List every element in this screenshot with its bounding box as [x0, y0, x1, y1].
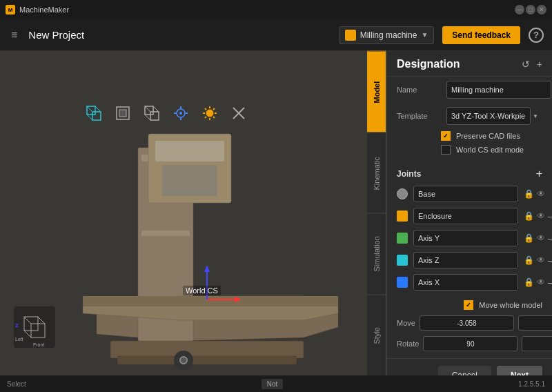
panel-footer: Cancel Next — [387, 358, 552, 375]
svg-line-24 — [213, 117, 215, 118]
minus-icon-axis-y[interactable]: — — [548, 233, 552, 244]
tab-style[interactable]: Style — [367, 295, 386, 376]
eye-icon-axis-x[interactable]: 👁 — [537, 277, 545, 287]
titlebar-controls[interactable]: — □ ✕ — [515, 5, 546, 14]
joint-name-axis-x[interactable] — [413, 274, 518, 291]
add-designation-icon[interactable]: + — [537, 59, 542, 70]
name-label: Name — [397, 86, 441, 94]
add-joint-icon[interactable]: + — [536, 168, 542, 180]
world-cs-mode-label: World CS edit mode — [456, 146, 524, 154]
joint-row-enclosure: 🔒 👁 — — [387, 205, 552, 227]
joint-icons-enclosure: 🔒 👁 — — [524, 210, 552, 222]
help-icon[interactable]: ? — [529, 28, 544, 43]
hamburger-icon[interactable]: ≡ — [8, 26, 20, 44]
minus-icon-axis-x[interactable]: — — [548, 277, 552, 288]
refresh-icon[interactable]: ↺ — [522, 59, 530, 70]
rotate-y-input[interactable] — [522, 336, 552, 351]
eye-icon-base[interactable]: 👁 — [537, 189, 545, 199]
maximize-button[interactable]: □ — [526, 5, 535, 14]
svg-line-2 — [87, 106, 92, 112]
eye-icon-axis-y[interactable]: 👁 — [537, 233, 545, 243]
joint-icons-axis-y: 🔒 👁 — — [524, 233, 552, 244]
record-button[interactable] — [174, 351, 193, 370]
lock-icon-base[interactable]: 🔒 — [524, 189, 534, 199]
template-select-wrapper: 3d YZ-Tool X-Workpie Custom Default — [446, 107, 542, 125]
joint-name-axis-z[interactable] — [413, 252, 518, 268]
world-cs-row: World CS edit mode — [387, 143, 552, 157]
perspective-view-icon[interactable] — [83, 102, 105, 124]
world-cs-checkbox[interactable] — [441, 145, 451, 155]
joint-color-base — [397, 188, 408, 199]
lock-icon-axis-z[interactable]: 🔒 — [524, 255, 534, 265]
titlebar: M MachineMaker — □ ✕ — [0, 0, 552, 19]
template-select[interactable]: 3d YZ-Tool X-Workpie Custom Default — [446, 107, 531, 125]
cross-icon[interactable] — [228, 102, 250, 124]
minus-icon-axis-z[interactable]: — — [548, 255, 552, 266]
lock-icon-axis-y[interactable]: 🔒 — [524, 233, 534, 243]
transform-icon[interactable] — [170, 102, 192, 124]
joint-row-axis-x: 🔒 👁 — — [387, 271, 552, 293]
svg-text:Z: Z — [15, 322, 19, 329]
joint-icons-base: 🔒 👁 — [524, 189, 545, 199]
template-row: Template 3d YZ-Tool X-Workpie Custom Def… — [387, 103, 552, 129]
side-tabs: Model Kinematic Simulation Style — [367, 51, 386, 375]
svg-rect-37 — [155, 141, 224, 161]
joint-row-axis-y: 🔒 👁 — — [387, 227, 552, 249]
eye-icon-axis-z[interactable]: 👁 — [537, 255, 545, 265]
svg-rect-8 — [150, 112, 159, 120]
rotate-x-input[interactable] — [423, 336, 518, 351]
move-y-input[interactable] — [518, 315, 552, 331]
select-label: Select — [7, 380, 26, 388]
tab-kinematic[interactable]: Kinematic — [367, 133, 386, 214]
tab-simulation[interactable]: Simulation — [367, 213, 386, 295]
statusbar: Select Not 1.2.5.5.1 — [0, 375, 552, 392]
chevron-down-icon: ▼ — [421, 31, 428, 39]
minimize-button[interactable]: — — [515, 5, 524, 14]
joint-name-axis-y[interactable] — [413, 230, 518, 246]
close-button[interactable]: ✕ — [537, 5, 546, 14]
app-name: MachineMaker — [19, 6, 69, 14]
cancel-button[interactable]: Cancel — [438, 366, 491, 375]
name-input[interactable] — [446, 81, 551, 99]
lock-icon-enclosure[interactable]: 🔒 — [524, 211, 534, 221]
wireframe-view-icon[interactable] — [141, 102, 163, 124]
joint-color-enclosure — [397, 210, 408, 222]
joints-section-header: Joints + — [387, 162, 552, 183]
viewport[interactable]: World CS Z Left Front — [0, 51, 367, 375]
move-whole-model-checkbox[interactable]: ✓ — [464, 300, 473, 310]
preserve-cad-checkbox[interactable]: ✓ — [441, 131, 451, 141]
titlebar-left: M MachineMaker — [6, 5, 69, 14]
app-icon: M — [6, 5, 15, 14]
lock-icon-axis-x[interactable]: 🔒 — [524, 277, 534, 287]
joint-name-base[interactable] — [413, 186, 518, 202]
svg-text:Front: Front — [33, 342, 44, 347]
send-feedback-button[interactable]: Send feedback — [442, 26, 520, 44]
panel-header-icons: ↺ + — [522, 59, 542, 70]
eye-icon-enclosure[interactable]: 👁 — [537, 211, 545, 221]
joint-color-axis-z — [397, 255, 408, 266]
svg-point-18 — [206, 110, 213, 117]
world-cs-label: World CS — [183, 286, 221, 295]
move-rotate-section: ✓ Move whole model Move Rotate — [387, 293, 552, 358]
orthographic-view-icon[interactable] — [112, 102, 134, 124]
svg-rect-35 — [141, 231, 190, 236]
record-dot — [179, 356, 188, 364]
name-row: Name — [387, 77, 552, 103]
svg-line-26 — [205, 117, 206, 118]
not-status-badge: Not — [262, 379, 284, 389]
joint-icons-axis-z: 🔒 👁 — — [524, 255, 552, 266]
next-button[interactable]: Next — [497, 366, 542, 375]
joint-name-enclosure[interactable] — [413, 208, 518, 224]
move-row: Move — [397, 313, 542, 333]
svg-rect-1 — [92, 112, 101, 120]
preserve-cad-row: ✓ Preserve CAD files — [387, 129, 552, 143]
svg-line-3 — [95, 106, 101, 112]
svg-rect-6 — [119, 110, 126, 117]
minus-icon-enclosure[interactable]: — — [548, 210, 552, 222]
machine-selector[interactable]: Milling machine ▼ — [339, 26, 435, 44]
panel-title: Designation — [397, 58, 460, 70]
template-label: Template — [397, 112, 441, 120]
sun-icon[interactable] — [199, 102, 221, 124]
move-x-input[interactable] — [420, 315, 514, 331]
tab-model[interactable]: Model — [367, 51, 386, 133]
